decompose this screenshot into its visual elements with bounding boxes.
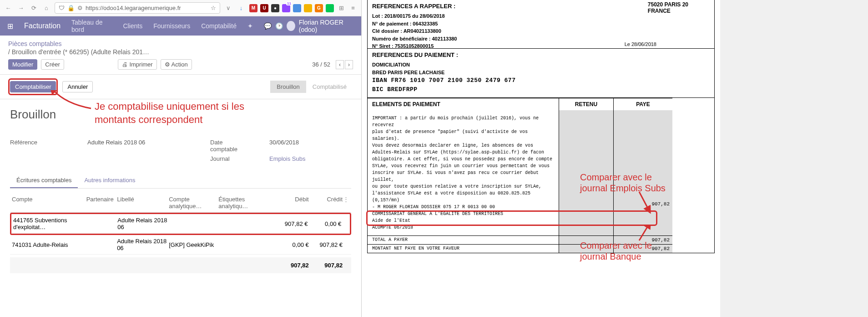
pager-prev[interactable]: ‹ [336,60,344,69]
cell-credit: 0,00 € [308,220,341,227]
lock-icon: 🔒 [67,5,75,11]
menu-icon[interactable]: ≡ [348,4,358,13]
action-button[interactable]: ⚙ Action [161,59,192,70]
journal-label: Journal [210,155,251,162]
total-label: TOTAL A PAYER [368,235,559,244]
menu-accounting[interactable]: Comptabilité [201,22,237,30]
kebab-icon[interactable]: ⋮ [343,196,349,210]
cell-label: Adulte Relais 2018 06 [117,238,169,251]
url-bar[interactable]: 🛡 🔒 ⚙ https://odoo14.legaragenumerique.f… [55,2,220,14]
star-icon[interactable]: ☆ [211,5,216,11]
ref-label: Référence [10,139,51,153]
th-credit: Crédit [309,196,343,210]
chat-icon[interactable]: 💬 [264,22,272,30]
apps-icon[interactable]: ⊞ [7,22,13,31]
breadcrumb-current: / Brouillon d'entrée (* 66295) (Adulte R… [8,48,353,56]
download-icon[interactable]: ↓ [237,4,246,13]
ext-icon[interactable] [293,4,301,12]
col-paye: PAYE [613,98,672,110]
table-row[interactable]: 441765 Subventions d'exploitat… Adulte R… [11,214,350,234]
edit-button[interactable]: Modifier [8,59,37,70]
cell-debit: 0,00 € [270,241,308,248]
paye-acompte: 907,82 [651,201,670,207]
back-icon[interactable]: ← [4,4,13,13]
th-tags: Étiquettes analytiqu… [218,196,270,210]
cell-account: 441765 Subventions d'exploitat… [13,217,87,230]
pdf-payrefs-body: DOMICILIATION BRED PARIS PERE LACHAISE I… [368,60,714,97]
totals-row: 907,82 907,82 [10,257,351,273]
avatar [287,21,295,31]
cell-label: Adulte Relais 2018 06 [117,217,169,230]
th-account: Compte [12,196,86,210]
th-partner: Partenaire [86,196,117,210]
cell-analytic: [GKP] GeekKiPik [169,241,218,248]
total-credit: 907,82 [309,262,343,269]
status-posted: Comptabilisé [306,81,353,93]
ext-twitch-icon[interactable]: 11 [282,4,290,12]
menu-clients[interactable]: Clients [123,22,142,30]
col-retenu: RETENU [559,98,613,110]
app-name: Facturation [24,22,61,30]
ext-icon[interactable] [326,4,334,12]
date-label: Date comptable [210,139,251,153]
pdf-payrefs-title: REFERENCES DU PAIEMENT : [368,49,714,60]
ext-icon[interactable] [304,4,312,12]
tab-other[interactable]: Autres informations [78,173,141,188]
address-block: 75020 PARIS 20 FRANCE [648,1,688,14]
annotation-arrow [626,225,653,243]
library-icon[interactable]: ⊞ [337,4,346,13]
plus-icon[interactable]: ✦ [247,22,253,30]
status-bar: Brouillon Comptabilisé [270,81,353,93]
pdf-date: Le 28/06/2018 [625,41,656,47]
forward-icon[interactable]: → [16,4,25,13]
ext-icon[interactable]: U [260,4,268,12]
browser-chrome: ← → ⟳ ⌂ 🛡 🔒 ⚙ https://odoo14.legaragenum… [0,0,361,16]
pocket-icon[interactable]: ∨ [224,4,233,13]
total-debit: 907,82 [270,262,308,269]
url-text: https://odoo14.legaragenumerique.fr [86,5,181,11]
table-row[interactable]: 741031 Adulte-Relais Adulte Relais 2018 … [10,235,351,255]
status-draft: Brouillon [270,81,306,93]
shield-icon: 🛡 [59,5,65,11]
print-button[interactable]: 🖨 Imprimer [118,59,157,70]
extension-icons: M U ● 11 G ⊞ ≡ [249,4,358,13]
annotation-arrow [48,90,93,118]
pdf-body-text: IMPORTANT : a partir du mois prochain (j… [368,110,559,235]
user-name[interactable]: Florian ROGER (odoo) [299,19,354,33]
ext-icon[interactable]: ● [271,4,279,12]
annotation-text: Je comptabilise uniquement si les montan… [95,100,244,126]
menu-dashboard[interactable]: Tableau de bord [71,19,112,33]
pager-count: 36 / 52 [312,61,330,68]
pdf-refs-body: Lot : 2018/00175 du 28/06/2018 N° de pai… [368,11,714,54]
net-value: 907,82 [613,244,672,253]
reload-icon[interactable]: ⟳ [29,4,38,13]
ref-value: Adulte Relais 2018 06 [87,139,145,153]
home-icon[interactable]: ⌂ [42,4,51,13]
th-label: Libellé [117,196,169,210]
pager-next[interactable]: › [345,60,353,69]
th-debit: Débit [270,196,308,210]
journal-value[interactable]: Emplois Subs [269,155,305,162]
date-value: 30/06/2018 [269,139,299,153]
cell-credit: 907,82 € [309,241,343,248]
breadcrumb-parent[interactable]: Pièces comptables [8,40,353,47]
th-analytic: Compte analytique… [169,196,218,210]
cell-debit: 907,82 € [270,220,308,227]
ext-icon[interactable]: M [249,4,257,12]
create-button[interactable]: Créer [41,59,64,70]
permissions-icon: ⚙ [77,5,83,11]
activity-icon[interactable]: 🕑 [275,22,283,30]
annotation-arrow [626,192,653,215]
app-header: ⊞ Facturation Tableau de bord Clients Fo… [0,16,361,36]
menu-suppliers[interactable]: Fournisseurs [153,22,190,30]
highlight-box: 441765 Subventions d'exploitat… Adulte R… [10,213,351,235]
pdf-elements-title: ELEMENTS DE PAIEMENT [368,98,559,110]
net-label: MONTANT NET PAYE EN VOTRE FAVEUR [368,244,559,253]
tab-entries[interactable]: Écritures comptables [10,173,78,188]
entries-table: Compte Partenaire Libellé Compte analyti… [10,193,351,273]
cell-account: 741031 Adulte-Relais [12,241,86,248]
ext-icon[interactable]: G [315,4,323,12]
